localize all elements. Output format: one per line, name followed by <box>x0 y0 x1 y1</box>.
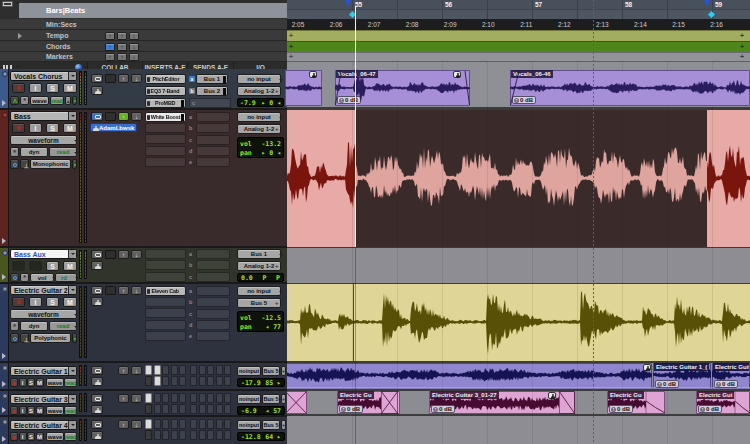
insert-button-eleven-cab[interactable]: Eleven Cab <box>145 286 186 296</box>
track-name-electric-guitar-3[interactable]: Electric Guitar 3 <box>10 394 77 404</box>
collab-user-button[interactable] <box>91 261 103 270</box>
collab-user-button[interactable] <box>91 86 103 95</box>
collab-download-button[interactable]: ↓ <box>131 112 142 121</box>
selection-end-marker-diamond[interactable] <box>708 11 715 18</box>
track-header-electric-guitar-3[interactable]: Electric Guitar 3ISMwaveread↑↓noinputBus… <box>0 391 287 415</box>
mini-slot[interactable] <box>145 376 152 386</box>
mute-button[interactable]: M <box>63 261 77 271</box>
solo-button[interactable]: S <box>46 261 59 271</box>
empty-slot[interactable] <box>145 260 186 270</box>
mini-slot[interactable] <box>199 393 206 403</box>
mini-slot[interactable] <box>199 376 206 386</box>
track-name-bass-aux[interactable]: Bass Aux <box>10 249 77 259</box>
mini-slot[interactable] <box>179 393 186 403</box>
collab-share-button[interactable] <box>91 394 103 403</box>
clip-vocals[interactable]: Vocals_06-46↑0 dB <box>510 70 750 106</box>
clip-guitar1[interactable]: Electric Guitar 1_(↑0 dB <box>653 363 711 389</box>
input-monitor-button[interactable]: I <box>29 83 42 93</box>
mini-slot[interactable] <box>179 376 186 386</box>
insert-button-pitcheditor[interactable]: PitchEditor <box>145 74 186 84</box>
dyn-button[interactable]: dyn <box>20 321 48 331</box>
io-output-plus[interactable]: + <box>281 420 286 430</box>
mini-slot[interactable] <box>224 376 231 386</box>
io-output-selector[interactable]: Analog 1-2+ <box>237 86 281 96</box>
io-output-selector[interactable]: Bus 5 <box>262 420 280 430</box>
empty-slot[interactable] <box>196 260 230 270</box>
empty-slot[interactable] <box>145 272 186 282</box>
track-name-electric-guitar-4[interactable]: Electric Guitar 4 <box>10 420 77 430</box>
empty-slot[interactable] <box>196 112 230 122</box>
io-input-selector[interactable]: no input <box>237 286 281 296</box>
track-header-bass[interactable]: BassISMwaveform*dynread⊥Monophonic↑↓Adam… <box>0 110 287 246</box>
empty-slot[interactable] <box>196 331 230 341</box>
track-name-electric-guitar-1[interactable]: Electric Guitar 1 <box>10 366 77 376</box>
mini-slot[interactable] <box>216 376 223 386</box>
markers-up-button[interactable]: ↑ <box>117 53 127 61</box>
empty-slot[interactable] <box>196 135 230 145</box>
mini-slot[interactable] <box>162 393 169 403</box>
clip-guitar1[interactable] <box>287 363 652 389</box>
io-output-selector[interactable]: Bus 5 <box>262 394 280 404</box>
automation-mode-button[interactable]: read <box>49 147 77 157</box>
markers-add-left[interactable]: + <box>289 53 293 60</box>
markers-band[interactable]: + + <box>287 52 750 62</box>
mini-slot[interactable] <box>145 430 152 440</box>
freeze-button[interactable]: * <box>20 273 29 282</box>
solo-button[interactable]: S <box>46 123 59 133</box>
mini-slot[interactable] <box>199 419 206 429</box>
clip-gain-badge[interactable]: ↑0 dB <box>339 405 363 413</box>
lane-bass-aux[interactable] <box>287 248 750 283</box>
clip-guitar3[interactable]: Electric Gu↑0 dB <box>607 391 665 414</box>
collab-user-button[interactable] <box>91 431 103 440</box>
empty-slot[interactable] <box>145 146 186 156</box>
collab-slot-box[interactable] <box>105 112 116 121</box>
track-name-dropdown[interactable] <box>68 112 76 120</box>
io-output-selector[interactable]: Analog 1-2+ <box>237 124 281 134</box>
empty-slot[interactable] <box>196 249 230 259</box>
io-output-plus[interactable]: + <box>281 366 286 376</box>
input-gain-button[interactable]: ▴ <box>65 96 71 105</box>
mini-slot[interactable] <box>224 419 231 429</box>
input-monitor-button[interactable]: I <box>29 123 42 133</box>
mini-slot[interactable] <box>216 393 223 403</box>
empty-slot[interactable] <box>145 123 186 133</box>
collab-share-button[interactable] <box>91 74 103 83</box>
track-settings-gear-icon[interactable] <box>2 71 8 77</box>
mute-button[interactable]: M <box>63 297 77 307</box>
collab-upload-button[interactable]: ↑ <box>118 74 129 83</box>
io-output-selector[interactable]: Analog 1-2+ <box>237 261 281 271</box>
empty-slot[interactable] <box>145 157 186 167</box>
markers-add-button[interactable]: ↑ <box>105 53 115 61</box>
collab-download-button[interactable]: ↓ <box>131 286 142 295</box>
track-expand-triangle[interactable] <box>2 436 9 442</box>
empty-slot[interactable] <box>196 123 230 133</box>
mini-slot[interactable] <box>216 404 223 414</box>
empty-slot[interactable] <box>145 249 186 259</box>
mini-slot[interactable] <box>216 365 223 375</box>
clip-gain-badge[interactable]: ↑0 dB <box>698 405 722 413</box>
record-arm-button[interactable] <box>12 123 25 133</box>
io-input-selector[interactable]: noinput <box>237 420 261 430</box>
io-output-plus[interactable]: + <box>275 126 279 132</box>
tempo-expand-icon[interactable] <box>18 33 25 39</box>
track-header-electric-guitar-2[interactable]: Electric Guitar 2ISMwaveform*dynread⊥Pol… <box>0 284 287 361</box>
io-input-selector[interactable]: no input <box>237 112 281 122</box>
track-name-dropdown[interactable] <box>68 395 76 403</box>
markers-add-right[interactable]: + <box>740 53 744 60</box>
chords-down-button[interactable]: ↓ <box>129 43 139 51</box>
track-name-dropdown[interactable] <box>68 421 76 429</box>
mini-slot[interactable] <box>190 376 197 386</box>
clip-guitar3[interactable] <box>287 391 307 414</box>
mini-slot[interactable] <box>216 430 223 440</box>
automation-mode-button[interactable]: read <box>64 378 77 387</box>
chords-band[interactable]: + + <box>287 41 750 52</box>
mini-slot[interactable] <box>224 404 231 414</box>
mini-slot[interactable] <box>190 404 197 414</box>
collab-download-button[interactable]: ↓ <box>131 420 142 429</box>
track-header-vocals-chorus[interactable]: Vocals ChorusISMΛ*waveread▴↑↓PitchEditor… <box>0 69 287 108</box>
record-arm-button[interactable] <box>10 406 18 415</box>
io-output-selector[interactable]: Bus 5 <box>262 366 280 376</box>
collab-share-button[interactable] <box>91 112 103 121</box>
lane-bass[interactable] <box>287 110 750 247</box>
lane-electric-guitar-1[interactable]: Electric Guitar 1_(↑0 dBElectric Guita↑0… <box>287 363 750 389</box>
